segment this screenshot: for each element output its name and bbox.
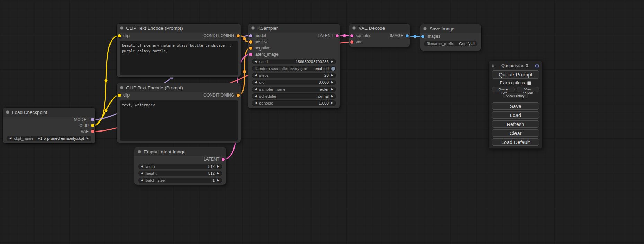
queue-front-button[interactable]: Queue Front xyxy=(492,87,515,92)
load-button[interactable]: Load xyxy=(492,111,539,119)
node-empty-latent-image[interactable]: Empty Latent Image LATENT ◀ width 512 ▶ … xyxy=(134,147,226,185)
input-dot-clip[interactable] xyxy=(118,94,121,97)
node-title-bar[interactable]: CLIP Text Encode (Prompt) xyxy=(117,24,241,33)
output-dot-vae[interactable] xyxy=(91,130,94,133)
prompt-text-area[interactable]: beautiful scenery nature glass bottle la… xyxy=(120,41,238,75)
node-save-image[interactable]: Save Image images filename_prefix ComfyU… xyxy=(420,24,481,51)
slot-row: negative xyxy=(248,45,340,51)
arrow-right-icon[interactable]: ▶ xyxy=(217,172,219,175)
slot-row: clip CONDITIONING xyxy=(117,92,241,98)
slot-row: model LATENT xyxy=(248,33,340,39)
input-dot-negative[interactable] xyxy=(249,47,252,50)
widget-height[interactable]: ◀ height 512 ▶ xyxy=(138,171,222,176)
arrow-left-icon[interactable]: ◀ xyxy=(9,137,11,140)
widget-label: width xyxy=(145,164,155,169)
view-queue-button[interactable]: View Queue xyxy=(517,87,539,92)
collapse-dot-icon[interactable] xyxy=(120,86,123,89)
widget-value: euler xyxy=(320,87,329,91)
output-dot-model[interactable] xyxy=(91,118,94,121)
gear-icon[interactable]: ⚙ xyxy=(535,63,539,69)
widget-filename-prefix[interactable]: filename_prefix ComfyUI xyxy=(424,41,477,46)
node-load-checkpoint[interactable]: Load Checkpoint MODEL CLIP VAE ◀ ckpt_na… xyxy=(3,108,95,143)
node-title-bar[interactable]: CLIP Text Encode (Prompt) xyxy=(117,83,241,92)
node-title-bar[interactable]: Save Image xyxy=(420,24,481,33)
input-dot-positive[interactable] xyxy=(249,40,252,44)
node-clip-text-encode-negative[interactable]: CLIP Text Encode (Prompt) clip CONDITION… xyxy=(117,83,241,143)
arrow-right-icon[interactable]: ▶ xyxy=(331,74,333,77)
arrow-left-icon[interactable]: ◀ xyxy=(255,74,257,77)
output-slot-label: IMAGE xyxy=(390,33,403,38)
widget-scheduler[interactable]: ◀ scheduler normal ▶ xyxy=(252,93,336,99)
input-dot-images[interactable] xyxy=(421,35,424,38)
widget-sampler-name[interactable]: ◀ sampler_name euler ▶ xyxy=(252,87,336,92)
arrow-right-icon[interactable]: ▶ xyxy=(331,81,333,84)
clear-button[interactable]: Clear xyxy=(492,129,539,137)
input-dot-clip[interactable] xyxy=(118,34,121,37)
menu-header: ⠿ Queue size: 0 ⚙ xyxy=(492,63,539,69)
node-title-bar[interactable]: VAE Decode xyxy=(349,24,410,33)
arrow-left-icon[interactable]: ◀ xyxy=(255,81,257,84)
arrow-left-icon[interactable]: ◀ xyxy=(141,165,143,168)
widget-random-seed-toggle[interactable]: Random seed after every gen enabled xyxy=(252,66,336,71)
widget-steps[interactable]: ◀ steps 20 ▶ xyxy=(252,73,336,78)
toggle-knob-icon[interactable] xyxy=(331,67,335,71)
widget-ckpt-name[interactable]: ◀ ckpt_name v1-5-pruned-emaonly.ckpt ▶ xyxy=(7,136,91,141)
input-slot-label: negative xyxy=(255,46,270,51)
arrow-left-icon[interactable]: ◀ xyxy=(255,95,257,98)
node-ksampler[interactable]: KSampler model LATENT positive negative … xyxy=(248,24,340,108)
arrow-right-icon[interactable]: ▶ xyxy=(87,137,89,140)
output-dot-clip[interactable] xyxy=(91,124,94,127)
collapse-dot-icon[interactable] xyxy=(138,150,141,153)
input-dot-samples[interactable] xyxy=(350,34,353,37)
collapse-dot-icon[interactable] xyxy=(423,27,427,30)
extra-options-row: Extra options xyxy=(492,80,539,86)
arrow-right-icon[interactable]: ▶ xyxy=(217,179,219,182)
input-slot-label: clip xyxy=(123,33,130,38)
arrow-right-icon[interactable]: ▶ xyxy=(331,60,333,63)
view-history-button[interactable]: View History xyxy=(503,93,528,98)
arrow-right-icon[interactable]: ▶ xyxy=(331,88,333,91)
arrow-left-icon[interactable]: ◀ xyxy=(255,60,257,63)
widget-label: sampler_name xyxy=(259,87,285,91)
widget-label: batch_size xyxy=(145,178,165,182)
arrow-left-icon[interactable]: ◀ xyxy=(141,172,143,175)
arrow-right-icon[interactable]: ▶ xyxy=(331,95,333,98)
widget-batch-size[interactable]: ◀ batch_size 1 ▶ xyxy=(138,178,222,183)
widget-cfg[interactable]: ◀ cfg 8.000 ▶ xyxy=(252,80,336,85)
collapse-dot-icon[interactable] xyxy=(352,26,356,30)
node-clip-text-encode-positive[interactable]: CLIP Text Encode (Prompt) clip CONDITION… xyxy=(117,24,241,77)
refresh-button[interactable]: Refresh xyxy=(492,120,539,128)
input-dot-latent-image[interactable] xyxy=(249,53,252,56)
output-dot-conditioning[interactable] xyxy=(237,94,240,97)
collapse-dot-icon[interactable] xyxy=(251,26,255,30)
input-dot-vae[interactable] xyxy=(350,40,353,44)
extra-options-checkbox[interactable] xyxy=(527,81,531,85)
node-title-bar[interactable]: Load Checkpoint xyxy=(3,108,95,117)
output-dot-conditioning[interactable] xyxy=(237,34,240,37)
save-button[interactable]: Save xyxy=(492,102,539,110)
load-default-button[interactable]: Load Default xyxy=(492,138,539,146)
arrow-right-icon[interactable]: ▶ xyxy=(331,102,333,105)
node-vae-decode[interactable]: VAE Decode samples IMAGE vae xyxy=(349,24,410,47)
widget-seed[interactable]: ◀ seed 156680208700286 ▶ xyxy=(252,59,336,64)
output-dot-latent[interactable] xyxy=(336,34,339,37)
output-dot-image[interactable] xyxy=(406,34,409,37)
output-dot-latent[interactable] xyxy=(222,158,225,161)
drag-handle-icon[interactable]: ⠿ xyxy=(492,63,495,68)
input-slot-label: model xyxy=(255,33,266,38)
widget-width[interactable]: ◀ width 512 ▶ xyxy=(138,164,222,169)
node-title-bar[interactable]: Empty Latent Image xyxy=(134,147,226,156)
collapse-dot-icon[interactable] xyxy=(120,26,123,30)
arrow-left-icon[interactable]: ◀ xyxy=(255,102,257,105)
node-graph-canvas[interactable]: Load Checkpoint MODEL CLIP VAE ◀ ckpt_na… xyxy=(0,0,644,244)
arrow-right-icon[interactable]: ▶ xyxy=(217,165,219,168)
slot-row: clip CONDITIONING xyxy=(117,33,241,39)
collapse-dot-icon[interactable] xyxy=(6,110,9,114)
widget-denoise[interactable]: ◀ denoise 1.000 ▶ xyxy=(252,100,336,106)
arrow-left-icon[interactable]: ◀ xyxy=(255,88,257,91)
input-dot-model[interactable] xyxy=(249,34,252,37)
arrow-left-icon[interactable]: ◀ xyxy=(141,179,143,182)
queue-prompt-button[interactable]: Queue Prompt xyxy=(492,70,539,79)
node-title-bar[interactable]: KSampler xyxy=(248,24,340,33)
prompt-text-area[interactable]: text, watermark xyxy=(120,100,238,141)
